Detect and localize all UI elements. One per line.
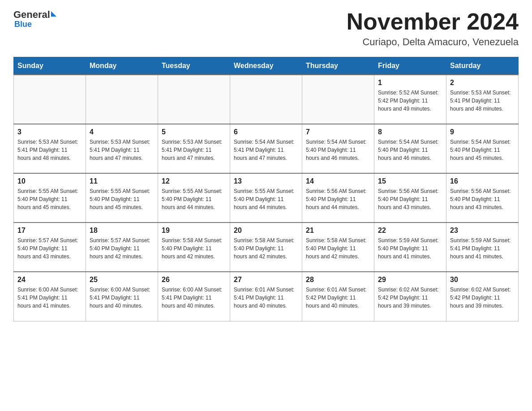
calendar-cell: 11Sunrise: 5:55 AM Sunset: 5:40 PM Dayli… [86, 173, 158, 223]
day-info: Sunrise: 5:59 AM Sunset: 5:40 PM Dayligh… [378, 236, 442, 261]
day-number: 3 [17, 128, 82, 136]
day-info: Sunrise: 6:01 AM Sunset: 5:42 PM Dayligh… [306, 286, 370, 310]
location: Curiapo, Delta Amacuro, Venezuela [347, 36, 519, 48]
calendar-cell [14, 75, 86, 124]
day-info: Sunrise: 5:54 AM Sunset: 5:41 PM Dayligh… [234, 138, 298, 162]
day-number: 23 [450, 227, 515, 235]
calendar-cell: 14Sunrise: 5:56 AM Sunset: 5:40 PM Dayli… [302, 173, 374, 223]
column-header-friday: Friday [374, 57, 446, 75]
calendar-cell [158, 75, 230, 124]
day-info: Sunrise: 5:57 AM Sunset: 5:40 PM Dayligh… [90, 236, 154, 261]
day-number: 22 [378, 227, 442, 235]
calendar-cell: 15Sunrise: 5:56 AM Sunset: 5:40 PM Dayli… [374, 173, 446, 223]
day-info: Sunrise: 6:02 AM Sunset: 5:42 PM Dayligh… [378, 286, 442, 310]
column-header-thursday: Thursday [302, 57, 374, 75]
logo-text: General [13, 9, 56, 21]
calendar-cell [230, 75, 302, 124]
day-number: 18 [90, 227, 154, 235]
day-info: Sunrise: 5:52 AM Sunset: 5:42 PM Dayligh… [378, 89, 442, 113]
day-info: Sunrise: 5:53 AM Sunset: 5:41 PM Dayligh… [90, 138, 154, 162]
column-header-saturday: Saturday [446, 57, 519, 75]
calendar-cell: 18Sunrise: 5:57 AM Sunset: 5:40 PM Dayli… [86, 223, 158, 272]
day-info: Sunrise: 5:57 AM Sunset: 5:40 PM Dayligh… [17, 236, 82, 261]
day-info: Sunrise: 5:55 AM Sunset: 5:40 PM Dayligh… [17, 187, 82, 211]
title-section: November 2024 Curiapo, Delta Amacuro, Ve… [347, 9, 519, 48]
day-info: Sunrise: 5:56 AM Sunset: 5:40 PM Dayligh… [450, 187, 515, 211]
day-info: Sunrise: 5:56 AM Sunset: 5:40 PM Dayligh… [378, 187, 442, 211]
week-row-4: 17Sunrise: 5:57 AM Sunset: 5:40 PM Dayli… [14, 223, 519, 272]
day-info: Sunrise: 5:54 AM Sunset: 5:40 PM Dayligh… [306, 138, 370, 162]
calendar-cell: 30Sunrise: 6:02 AM Sunset: 5:42 PM Dayli… [446, 272, 519, 321]
calendar-cell: 8Sunrise: 5:54 AM Sunset: 5:40 PM Daylig… [374, 124, 446, 173]
calendar-cell: 3Sunrise: 5:53 AM Sunset: 5:41 PM Daylig… [14, 124, 86, 173]
day-info: Sunrise: 6:02 AM Sunset: 5:42 PM Dayligh… [450, 286, 515, 310]
day-number: 1 [378, 79, 442, 87]
day-number: 4 [90, 128, 154, 136]
calendar-cell: 26Sunrise: 6:00 AM Sunset: 5:41 PM Dayli… [158, 272, 230, 321]
day-number: 10 [17, 177, 82, 185]
day-info: Sunrise: 5:55 AM Sunset: 5:40 PM Dayligh… [162, 187, 226, 211]
calendar-cell [86, 75, 158, 124]
day-number: 20 [234, 227, 298, 235]
calendar-cell: 1Sunrise: 5:52 AM Sunset: 5:42 PM Daylig… [374, 75, 446, 124]
day-number: 29 [378, 276, 442, 284]
calendar-cell: 19Sunrise: 5:58 AM Sunset: 5:40 PM Dayli… [158, 223, 230, 272]
month-title: November 2024 [347, 9, 519, 34]
day-number: 17 [17, 227, 82, 235]
calendar-cell: 13Sunrise: 5:55 AM Sunset: 5:40 PM Dayli… [230, 173, 302, 223]
calendar-cell: 4Sunrise: 5:53 AM Sunset: 5:41 PM Daylig… [86, 124, 158, 173]
day-number: 6 [234, 128, 298, 136]
column-header-tuesday: Tuesday [158, 57, 230, 75]
day-number: 12 [162, 177, 226, 185]
calendar-cell: 29Sunrise: 6:02 AM Sunset: 5:42 PM Dayli… [374, 272, 446, 321]
calendar-cell: 7Sunrise: 5:54 AM Sunset: 5:40 PM Daylig… [302, 124, 374, 173]
day-info: Sunrise: 5:54 AM Sunset: 5:40 PM Dayligh… [450, 138, 515, 162]
day-number: 28 [306, 276, 370, 284]
calendar-cell: 21Sunrise: 5:58 AM Sunset: 5:40 PM Dayli… [302, 223, 374, 272]
week-row-2: 3Sunrise: 5:53 AM Sunset: 5:41 PM Daylig… [14, 124, 519, 173]
week-row-1: 1Sunrise: 5:52 AM Sunset: 5:42 PM Daylig… [14, 75, 519, 124]
logo-blue: Blue [14, 20, 32, 29]
logo-general: General [13, 9, 50, 21]
week-row-5: 24Sunrise: 6:00 AM Sunset: 5:41 PM Dayli… [14, 272, 519, 321]
day-info: Sunrise: 5:58 AM Sunset: 5:40 PM Dayligh… [162, 236, 226, 261]
day-info: Sunrise: 5:55 AM Sunset: 5:40 PM Dayligh… [90, 187, 154, 211]
calendar-cell: 22Sunrise: 5:59 AM Sunset: 5:40 PM Dayli… [374, 223, 446, 272]
calendar-cell: 27Sunrise: 6:01 AM Sunset: 5:41 PM Dayli… [230, 272, 302, 321]
day-number: 30 [450, 276, 515, 284]
day-number: 19 [162, 227, 226, 235]
day-info: Sunrise: 5:55 AM Sunset: 5:40 PM Dayligh… [234, 187, 298, 211]
calendar-cell: 12Sunrise: 5:55 AM Sunset: 5:40 PM Dayli… [158, 173, 230, 223]
calendar-cell: 16Sunrise: 5:56 AM Sunset: 5:40 PM Dayli… [446, 173, 519, 223]
day-number: 7 [306, 128, 370, 136]
calendar-cell: 6Sunrise: 5:54 AM Sunset: 5:41 PM Daylig… [230, 124, 302, 173]
day-number: 9 [450, 128, 515, 136]
calendar-cell [302, 75, 374, 124]
day-number: 13 [234, 177, 298, 185]
day-info: Sunrise: 6:00 AM Sunset: 5:41 PM Dayligh… [162, 286, 226, 310]
day-number: 26 [162, 276, 226, 284]
calendar-cell: 25Sunrise: 6:00 AM Sunset: 5:41 PM Dayli… [86, 272, 158, 321]
day-info: Sunrise: 5:59 AM Sunset: 5:41 PM Dayligh… [450, 236, 515, 261]
column-header-monday: Monday [86, 57, 158, 75]
page-header: General Blue November 2024 Curiapo, Delt… [13, 9, 519, 48]
day-info: Sunrise: 5:58 AM Sunset: 5:40 PM Dayligh… [234, 236, 298, 261]
day-info: Sunrise: 6:00 AM Sunset: 5:41 PM Dayligh… [90, 286, 154, 310]
logo-triangle-icon [51, 11, 56, 17]
week-row-3: 10Sunrise: 5:55 AM Sunset: 5:40 PM Dayli… [14, 173, 519, 223]
calendar-cell: 28Sunrise: 6:01 AM Sunset: 5:42 PM Dayli… [302, 272, 374, 321]
day-info: Sunrise: 6:00 AM Sunset: 5:41 PM Dayligh… [17, 286, 82, 310]
day-number: 11 [90, 177, 154, 185]
column-header-wednesday: Wednesday [230, 57, 302, 75]
day-info: Sunrise: 5:53 AM Sunset: 5:41 PM Dayligh… [17, 138, 82, 162]
day-info: Sunrise: 5:54 AM Sunset: 5:40 PM Dayligh… [378, 138, 442, 162]
day-info: Sunrise: 5:56 AM Sunset: 5:40 PM Dayligh… [306, 187, 370, 211]
calendar-cell: 24Sunrise: 6:00 AM Sunset: 5:41 PM Dayli… [14, 272, 86, 321]
day-number: 27 [234, 276, 298, 284]
day-number: 24 [17, 276, 82, 284]
calendar-cell: 5Sunrise: 5:53 AM Sunset: 5:41 PM Daylig… [158, 124, 230, 173]
calendar-cell: 10Sunrise: 5:55 AM Sunset: 5:40 PM Dayli… [14, 173, 86, 223]
day-number: 5 [162, 128, 226, 136]
calendar-header-row: SundayMondayTuesdayWednesdayThursdayFrid… [14, 57, 519, 75]
day-number: 21 [306, 227, 370, 235]
